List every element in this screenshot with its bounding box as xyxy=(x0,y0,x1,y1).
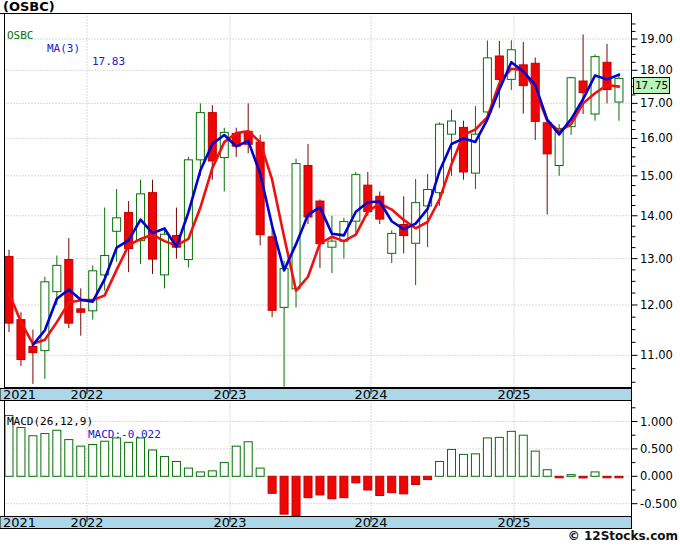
ma-line-slow xyxy=(9,69,619,344)
candle xyxy=(172,208,180,259)
price-axis-label: 18.00 xyxy=(640,63,673,77)
macd-bar xyxy=(304,476,312,497)
candle xyxy=(543,117,551,214)
price-axis-label: 14.00 xyxy=(640,209,673,223)
macd-bar xyxy=(519,435,527,476)
macd-params-label: MACD(26,12,9) xyxy=(7,415,93,428)
candle-body xyxy=(149,193,157,259)
macd-bar xyxy=(316,476,324,495)
macd-bar xyxy=(160,457,168,477)
macd-bar xyxy=(196,472,204,476)
year-label: 2023 xyxy=(213,387,246,402)
macd-bar xyxy=(328,476,336,498)
candle xyxy=(519,42,527,114)
candle xyxy=(400,196,408,253)
macd-bar xyxy=(268,476,276,493)
macd-bar xyxy=(543,470,551,477)
macd-bar xyxy=(603,476,611,478)
page-title: (OSBC) xyxy=(3,0,55,14)
candle-body xyxy=(328,241,336,247)
candle-body xyxy=(591,57,599,114)
candle-body xyxy=(89,271,97,311)
candle xyxy=(5,250,13,332)
macd-bar xyxy=(172,462,180,477)
candle xyxy=(603,44,611,103)
year-label: 2024 xyxy=(354,387,387,402)
macd-bar xyxy=(340,476,348,497)
legend-ma-label: MA(3) xyxy=(47,42,80,55)
candle-body xyxy=(29,346,37,352)
candle-body xyxy=(543,123,551,154)
candle xyxy=(591,54,599,120)
year-label: 2021 xyxy=(3,515,36,530)
price-axis-label: 12.00 xyxy=(640,298,673,312)
macd-bar xyxy=(376,476,384,495)
macd-bar xyxy=(471,454,479,476)
macd-bar xyxy=(364,476,372,490)
candle-body xyxy=(268,237,276,311)
year-label: 2022 xyxy=(70,387,103,402)
macd-bar xyxy=(436,462,444,477)
macd-bar xyxy=(184,468,192,476)
macd-legend: MACD(26,12,9) MACD:-0.022 xyxy=(0,402,27,454)
macd-bar xyxy=(41,434,49,477)
candle-body xyxy=(77,309,85,312)
year-label: 2024 xyxy=(354,515,387,530)
macd-axis-label: -0.500 xyxy=(640,497,677,511)
year-label: 2025 xyxy=(497,515,530,530)
macd-bar xyxy=(208,471,216,476)
candle-body xyxy=(615,78,623,102)
macd-bar xyxy=(555,476,563,478)
macd-bar xyxy=(352,476,360,483)
candle-body xyxy=(292,164,300,289)
chart-canvas: 2021202220232024202520212022202320242025… xyxy=(0,0,680,546)
macd-axis-label: 0.500 xyxy=(640,442,673,456)
macd-bar xyxy=(220,463,228,477)
price-axis-label: 11.00 xyxy=(640,348,673,362)
macd-bar xyxy=(459,454,467,476)
candle-body xyxy=(137,194,145,241)
x-axis-band-main: 20212022202320242025 xyxy=(0,387,632,402)
macd-bar xyxy=(149,450,157,476)
year-label: 2023 xyxy=(213,515,246,530)
candle xyxy=(77,288,85,335)
macd-axis-label: 1.000 xyxy=(640,415,673,429)
candle-body xyxy=(364,185,372,211)
candle xyxy=(89,265,97,319)
candle xyxy=(149,180,157,274)
macd-bar xyxy=(89,445,97,477)
year-label: 2022 xyxy=(70,515,103,530)
candle xyxy=(459,121,467,180)
year-label: 2025 xyxy=(497,387,530,402)
last-price-badge: 17.75 xyxy=(633,77,670,94)
candle xyxy=(160,228,168,288)
macd-bar xyxy=(579,476,587,478)
macd-bar xyxy=(232,446,240,476)
price-axis-label: 19.00 xyxy=(640,32,673,46)
macd-bar xyxy=(507,431,515,476)
macd-bar xyxy=(65,440,73,477)
legend-symbol: OSBC xyxy=(7,29,34,42)
macd-value-label: MACD:-0.022 xyxy=(88,428,161,441)
candle-body xyxy=(388,233,396,253)
macd-bar xyxy=(292,476,300,516)
macd-bar xyxy=(29,436,37,477)
candle-body xyxy=(53,265,61,291)
macd-bar xyxy=(412,476,420,484)
candle-body xyxy=(448,121,456,134)
candle xyxy=(412,179,420,285)
price-axis-label: 16.00 xyxy=(640,131,673,145)
macd-bar xyxy=(591,472,599,476)
macd-bar xyxy=(400,476,408,494)
candle xyxy=(65,238,73,328)
candle-body xyxy=(483,58,491,112)
macd-axis: 1.0000.5000.000-0.500 xyxy=(632,408,678,511)
candle-body xyxy=(495,56,503,79)
legend-ma-value: 17.83 xyxy=(92,55,125,68)
candle xyxy=(471,106,479,189)
macd-bar xyxy=(424,476,432,479)
macd-bar xyxy=(567,475,575,477)
candle xyxy=(280,261,288,387)
macd-bar xyxy=(531,451,539,476)
candle xyxy=(352,172,360,233)
